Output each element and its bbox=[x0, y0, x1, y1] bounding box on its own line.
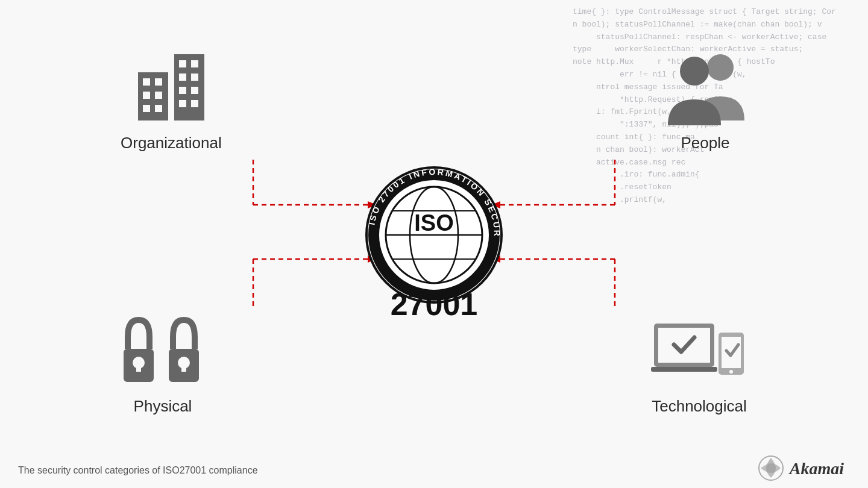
svg-rect-12 bbox=[138, 72, 168, 120]
svg-rect-19 bbox=[155, 105, 162, 112]
akamai-brand-name: Akamai bbox=[790, 459, 844, 478]
svg-rect-24 bbox=[179, 87, 186, 94]
svg-rect-23 bbox=[191, 74, 198, 81]
svg-point-28 bbox=[707, 54, 734, 81]
organizational-icon bbox=[132, 48, 210, 127]
technological-item: Technological bbox=[651, 311, 747, 416]
technological-icon bbox=[651, 311, 747, 390]
svg-rect-16 bbox=[143, 92, 150, 99]
footer-caption: The security control categories of ISO27… bbox=[18, 465, 258, 476]
svg-rect-18 bbox=[143, 105, 150, 112]
footer-text: The security control categories of ISO27… bbox=[18, 465, 258, 475]
svg-rect-32 bbox=[136, 363, 141, 372]
main-content: Organizational People Physical bbox=[0, 0, 868, 488]
svg-rect-37 bbox=[658, 328, 710, 363]
svg-rect-20 bbox=[179, 60, 186, 67]
organizational-label: Organizational bbox=[121, 134, 222, 152]
svg-point-41 bbox=[729, 370, 733, 374]
svg-rect-15 bbox=[155, 78, 162, 86]
svg-rect-25 bbox=[191, 87, 198, 94]
people-label: People bbox=[681, 134, 730, 152]
iso-globe-icon: ISO 27001 INFORMATION SECURITY ISO bbox=[365, 166, 503, 304]
physical-icon bbox=[121, 311, 205, 390]
svg-rect-22 bbox=[179, 74, 186, 81]
akamai-icon bbox=[758, 455, 785, 482]
technological-label: Technological bbox=[652, 397, 747, 416]
svg-rect-26 bbox=[179, 100, 186, 107]
akamai-logo: Akamai bbox=[758, 455, 844, 482]
svg-rect-17 bbox=[155, 92, 162, 99]
svg-rect-14 bbox=[143, 78, 150, 86]
svg-point-29 bbox=[680, 57, 709, 86]
svg-text:ISO: ISO bbox=[414, 210, 453, 236]
physical-label: Physical bbox=[134, 397, 192, 416]
svg-rect-21 bbox=[191, 60, 198, 67]
iso-number: 27001 bbox=[391, 286, 478, 322]
svg-rect-35 bbox=[181, 363, 186, 372]
iso-center-badge: ISO 27001 INFORMATION SECURITY ISO 27001 bbox=[365, 166, 503, 322]
svg-rect-13 bbox=[174, 54, 204, 120]
organizational-item: Organizational bbox=[121, 48, 222, 152]
people-item: People bbox=[663, 48, 747, 152]
svg-rect-27 bbox=[191, 100, 198, 107]
svg-rect-38 bbox=[651, 367, 717, 372]
physical-item: Physical bbox=[121, 311, 205, 416]
people-icon bbox=[663, 48, 747, 127]
